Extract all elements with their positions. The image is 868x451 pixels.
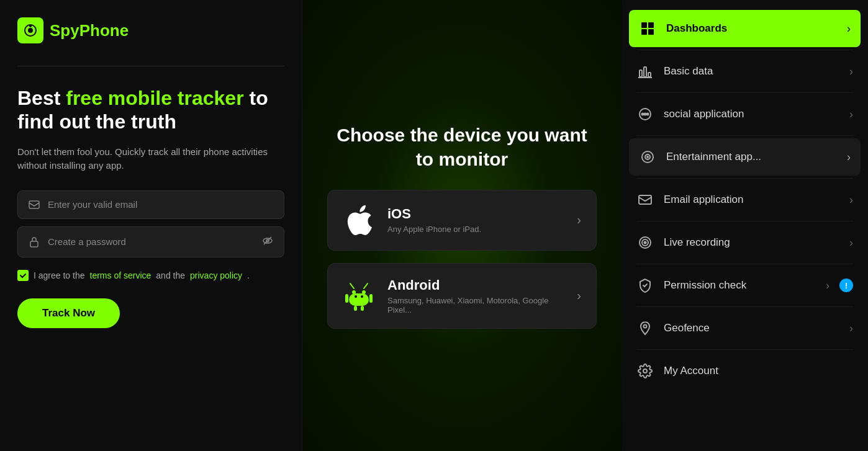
svg-point-30 [647,114,649,115]
nav-arrow-geofence: › [849,322,853,335]
header-divider [17,66,284,66]
ios-info: iOS Any Apple iPhone or iPad. [387,206,564,234]
nav-item-permission-check[interactable]: Permission check › ! [622,267,868,304]
svg-point-29 [644,114,646,115]
svg-rect-34 [639,195,651,204]
nav-item-geofence[interactable]: Geofence › [622,310,868,347]
svg-point-39 [643,369,647,373]
location-icon [636,319,654,337]
nav-label-live-recording: Live recording [664,236,839,249]
svg-rect-19 [641,22,647,28]
password-input[interactable] [48,236,254,247]
nav-divider-6 [636,264,853,264]
svg-rect-20 [648,22,654,28]
nav-divider-3 [636,135,853,136]
svg-rect-21 [641,29,647,35]
nav-divider-8 [636,349,853,350]
android-icon [343,280,375,312]
ios-card[interactable]: iOS Any Apple iPhone or iPad. › [327,190,597,251]
subtext: Don't let them fool you. Quickly track a… [17,145,284,173]
svg-point-2 [29,25,32,27]
svg-point-18 [361,295,363,298]
lock-icon [28,236,40,248]
nav-divider-2 [636,92,853,93]
nav-label-entertainment: Entertainment app... [666,151,837,163]
terms-checkbox[interactable] [17,270,29,281]
nav-label-geofence: Geofence [664,322,839,334]
email-icon [28,199,40,211]
email-input-wrapper [17,190,284,219]
android-chevron-icon: › [577,288,581,303]
svg-rect-23 [640,70,642,77]
svg-line-15 [350,284,354,288]
android-info: Android Samsung, Huawei, Xiaomi, Motorol… [387,277,564,315]
email-input[interactable] [48,199,274,210]
nav-divider-1 [636,50,853,50]
nav-arrow-entertainment: › [847,151,851,164]
nav-divider-4 [636,178,853,179]
headline: Best free mobile tracker to find out the… [17,86,284,134]
input-group [17,190,284,257]
password-input-wrapper [17,226,284,257]
headline-accent: free mobile tracker [66,87,243,109]
left-panel: SpyPhone Best free mobile tracker to fin… [0,0,302,451]
right-panel: Dashboards › Basic data › social app [622,0,868,451]
chat-icon [636,105,654,123]
nav-label-basic-data: Basic data [664,65,839,78]
android-name: Android [387,277,564,293]
svg-line-16 [364,284,368,288]
track-now-button[interactable]: Track Now [17,298,120,328]
svg-point-37 [644,242,646,244]
middle-panel: Choose the device you want to monitor iO… [302,0,622,451]
nav-item-dashboards[interactable]: Dashboards › [629,10,861,47]
play-circle-icon [639,148,656,166]
nav-label-email-app: Email application [664,194,839,206]
nav-item-basic-data[interactable]: Basic data › [622,53,868,90]
nav-arrow-live-recording: › [849,236,853,249]
terms-row: I agree to the terms of service and the … [17,270,284,281]
choose-title: Choose the device you want to monitor [327,123,597,171]
nav-arrow-basic-data: › [849,65,853,78]
nav-item-email-app[interactable]: Email application › [622,181,868,218]
svg-rect-12 [369,294,373,303]
privacy-policy-link[interactable]: privacy policy [190,270,242,280]
apple-icon [343,204,375,236]
ios-chevron-icon: › [577,213,581,227]
svg-rect-3 [29,201,39,208]
nav-label-permission-check: Permission check [664,279,816,292]
ios-sub: Any Apple iPhone or iPad. [387,225,564,234]
logo-icon [17,17,43,43]
nav-label-social-app: social application [664,108,839,120]
svg-point-28 [642,114,644,115]
logo-area: SpyPhone [17,17,284,43]
toggle-password-icon[interactable] [261,234,274,249]
grid-icon [639,20,656,37]
nav-item-social-app[interactable]: social application › [622,96,868,133]
terms-prefix: I agree to the [34,270,85,280]
svg-rect-11 [345,294,348,303]
svg-point-17 [355,295,357,298]
bar-chart-icon [636,63,654,80]
android-card[interactable]: Android Samsung, Huawei, Xiaomi, Motorol… [327,263,597,329]
nav-arrow-social-app: › [849,108,853,121]
nav-item-entertainment[interactable]: Entertainment app... › [629,138,861,176]
shield-icon [636,277,654,294]
nav-arrow-dashboards: › [847,22,851,35]
logo-text: SpyPhone [50,21,129,40]
svg-point-38 [644,325,647,328]
svg-rect-25 [648,73,651,77]
terms-period: . [247,270,250,280]
nav-item-my-account[interactable]: My Account [622,352,868,390]
svg-rect-24 [644,67,646,77]
svg-point-1 [28,28,33,33]
svg-rect-4 [30,241,38,247]
nav-item-live-recording[interactable]: Live recording › [622,224,868,261]
android-sub: Samsung, Huawei, Xiaomi, Motorola, Googl… [387,296,564,315]
svg-rect-22 [648,29,654,35]
headline-part1: Best [17,87,66,109]
terms-and: and the [156,270,185,280]
nav-divider-5 [636,221,853,221]
terms-of-service-link[interactable]: terms of service [90,270,151,280]
nav-divider-7 [636,306,853,307]
nav-label-dashboards: Dashboards [666,22,837,35]
